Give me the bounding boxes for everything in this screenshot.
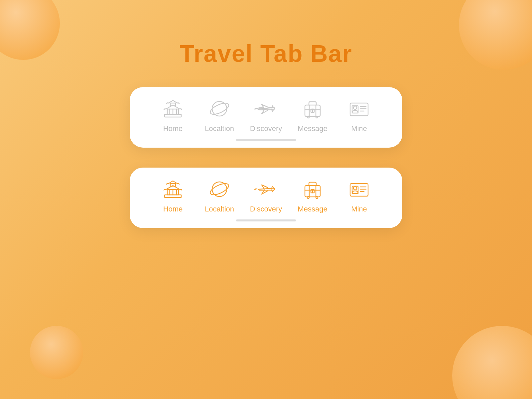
- deco-circle-bottom-left: [30, 326, 83, 379]
- tab-mine-inactive[interactable]: Mine: [336, 97, 382, 133]
- discovery-icon-inactive: [254, 97, 278, 120]
- discovery-icon-active: [254, 178, 278, 201]
- scroll-indicator-inactive: [236, 139, 296, 141]
- mine-icon-inactive: [347, 97, 371, 120]
- svg-rect-5: [170, 103, 176, 106]
- deco-circle-bottom-right: [452, 326, 532, 399]
- tab-label-discovery-inactive: Discovery: [250, 124, 282, 133]
- deco-circle-top-right: [459, 0, 532, 70]
- svg-point-44: [353, 187, 357, 190]
- svg-rect-42: [350, 184, 368, 196]
- tab-bar-inactive: Home Localtion: [130, 87, 402, 148]
- tab-label-home-active: Home: [163, 205, 183, 213]
- location-icon-inactive: [208, 97, 231, 120]
- page-title: Travel Tab Bar: [180, 40, 352, 67]
- tab-bar-active: Home Localtion: [130, 168, 402, 228]
- tab-label-location-inactive: Localtion: [205, 124, 234, 133]
- tabs-row-inactive: Home Localtion: [150, 97, 382, 133]
- tab-discovery-active[interactable]: Discovery: [243, 178, 289, 213]
- home-icon-inactive: [161, 97, 185, 120]
- deco-circle-top-left: [0, 0, 60, 60]
- tab-discovery-inactive[interactable]: Discovery: [243, 97, 289, 133]
- svg-point-31: [209, 181, 230, 197]
- mine-icon-active: [347, 178, 371, 201]
- message-icon-active: [301, 178, 324, 201]
- tab-label-mine-inactive: Mine: [351, 124, 367, 133]
- svg-point-20: [353, 106, 357, 109]
- tab-message-active[interactable]: Message: [289, 178, 336, 213]
- tab-label-message-inactive: Message: [298, 124, 327, 133]
- tabs-row-active: Home Localtion: [150, 178, 382, 213]
- tab-label-location-active: Localtion: [205, 205, 234, 213]
- message-icon-inactive: [301, 97, 324, 120]
- tab-label-message-active: Message: [298, 205, 327, 213]
- tab-label-home-inactive: Home: [163, 124, 183, 133]
- tab-label-discovery-active: Discovery: [250, 205, 282, 213]
- tab-home-inactive[interactable]: Home: [150, 97, 196, 133]
- home-icon-active: [161, 178, 185, 201]
- svg-point-7: [209, 101, 230, 116]
- tab-label-mine-active: Mine: [351, 205, 367, 213]
- tab-location-inactive[interactable]: Localtion: [196, 97, 243, 133]
- tab-home-active[interactable]: Home: [150, 178, 196, 213]
- svg-rect-18: [350, 103, 368, 116]
- tab-location-active[interactable]: Localtion: [196, 178, 243, 213]
- svg-rect-29: [170, 184, 176, 186]
- scroll-indicator-active: [236, 219, 296, 221]
- location-icon-active: [208, 178, 231, 201]
- tab-message-inactive[interactable]: Message: [289, 97, 336, 133]
- tab-mine-active[interactable]: Mine: [336, 178, 382, 213]
